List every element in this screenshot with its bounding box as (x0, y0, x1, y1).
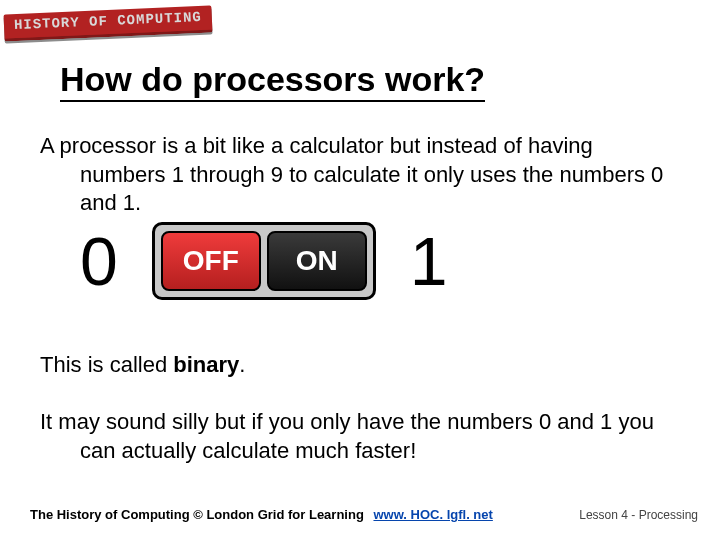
logo-wrap: HISTORY OF COMPUTING (4, 10, 212, 37)
binary-sentence-prefix: This is called (40, 352, 173, 377)
switch-off-label: OFF (161, 231, 261, 291)
binary-word: binary (173, 352, 239, 377)
digit-one: 1 (410, 227, 448, 295)
closing-paragraph: It may sound silly but if you only have … (40, 408, 680, 465)
binary-sentence-suffix: . (239, 352, 245, 377)
binary-row: 0 OFF ON 1 (80, 222, 620, 300)
footer-link[interactable]: www. HOC. lgfl. net (373, 507, 492, 522)
page-title: How do processors work? (60, 60, 485, 99)
switch-on-label: ON (267, 231, 367, 291)
intro-paragraph: A processor is a bit like a calculator b… (40, 132, 670, 218)
footer-lesson: Lesson 4 - Processing (579, 508, 698, 522)
slide: HISTORY OF COMPUTING How do processors w… (0, 0, 720, 540)
title-text: How do processors work? (60, 60, 485, 102)
digit-zero: 0 (80, 227, 118, 295)
binary-sentence: This is called binary. (40, 352, 245, 378)
footer-credit: The History of Computing © London Grid f… (30, 507, 493, 522)
site-logo: HISTORY OF COMPUTING (4, 5, 213, 41)
switch-graphic: OFF ON (152, 222, 376, 300)
footer-credit-text: The History of Computing © London Grid f… (30, 507, 364, 522)
